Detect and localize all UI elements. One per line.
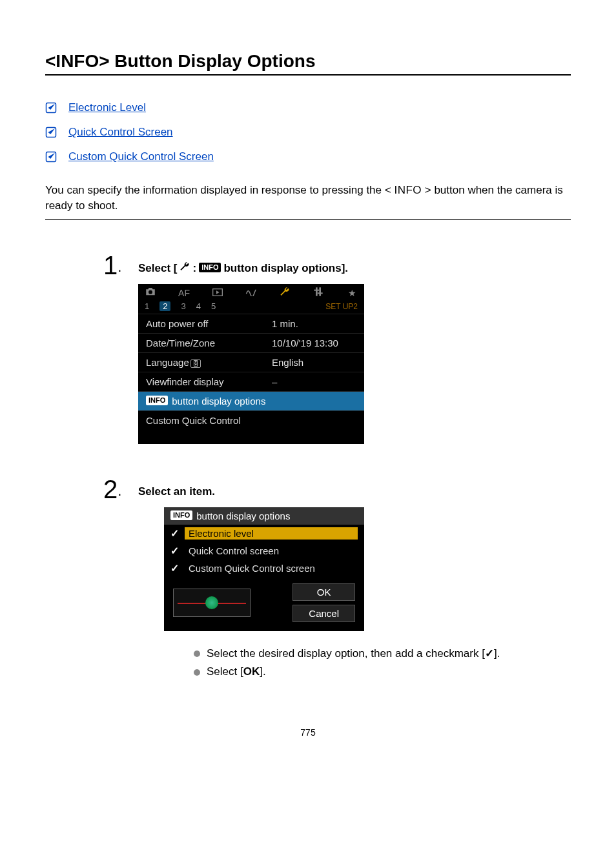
toc-item: Electronic Level [45, 101, 571, 114]
toc-check-icon [45, 151, 57, 163]
info-badge-icon: INFO [146, 396, 168, 405]
step-1: 1. Select [ : INFO button display option… [103, 252, 571, 444]
toc-link-custom-quick-control[interactable]: Custom Quick Control Screen [68, 150, 214, 163]
sub-tab: 3 [181, 301, 185, 311]
star-icon: ★ [345, 288, 359, 298]
checkmark-icon: ✓ [170, 527, 185, 540]
menu-row: Date/Time/Zone 10/10/'19 13:30 [138, 333, 364, 352]
toc-link-electronic-level[interactable]: Electronic Level [68, 101, 146, 114]
language-icon: 🗄 [190, 359, 201, 368]
step-1-heading: Select [ : INFO button display options]. [138, 261, 571, 275]
playback-icon [210, 288, 225, 298]
checkmark-icon: ✓ [170, 562, 185, 574]
info-label: INFO [394, 184, 422, 196]
wrench-icon [180, 261, 190, 275]
bullet-item: Select the desired display option, then … [190, 647, 571, 660]
cancel-button[interactable]: Cancel [293, 605, 355, 622]
electronic-level-preview [173, 589, 251, 617]
option-custom-quick-control: ✓ Custom Quick Control screen [164, 560, 364, 577]
camera-icon [143, 287, 158, 298]
option-quick-control: ✓ Quick Control screen [164, 542, 364, 560]
menu-row: Auto power off 1 min. [138, 314, 364, 333]
sub-tab: 5 [211, 301, 216, 311]
screen2-title: INFO button display options [164, 507, 364, 525]
page-number: 775 [45, 727, 571, 738]
toc-check-icon [45, 102, 57, 114]
page-title: <INFO> Button Display Options [45, 51, 571, 76]
menu-row: Language🗄 English [138, 352, 364, 372]
step-number: 1. [103, 252, 129, 278]
toc: Electronic Level Quick Control Screen Cu… [45, 101, 571, 163]
bullet-item: Select [OK]. [190, 665, 571, 678]
checkmark-icon: ✓ [170, 545, 185, 557]
menu-row: Viewfinder display – [138, 372, 364, 391]
af-icon: AF [177, 288, 191, 298]
toc-link-quick-control[interactable]: Quick Control Screen [68, 126, 173, 139]
sub-tab: 1 [145, 301, 149, 311]
ok-button[interactable]: OK [293, 583, 355, 601]
wrench-tab-icon [278, 287, 292, 299]
info-badge-icon: INFO [170, 510, 192, 520]
svg-rect-6 [319, 288, 321, 296]
menu-row: Custom Quick Control [138, 410, 364, 430]
camera-menu-screen-1: AF ★ 1 2 3 4 5 SET UP2 Auto power off 1 … [138, 284, 364, 444]
sub-tab: 4 [196, 301, 201, 311]
tab-group-label: SET UP2 [325, 302, 358, 311]
step-2: 2. Select an item. INFO button display o… [103, 476, 571, 689]
svg-rect-8 [318, 293, 323, 294]
svg-point-3 [149, 290, 152, 294]
custom-icon [311, 287, 325, 299]
wave-icon [244, 288, 258, 298]
info-badge-icon: INFO [199, 263, 221, 272]
option-electronic-level: ✓ Electronic level [164, 525, 364, 542]
intro-text: You can specify the information displaye… [45, 183, 571, 221]
step-2-heading: Select an item. [138, 485, 571, 498]
sub-tab-active: 2 [159, 301, 170, 311]
toc-check-icon [45, 126, 57, 138]
checkmark-glyph: ✓ [485, 647, 494, 660]
toc-item: Custom Quick Control Screen [45, 150, 571, 163]
step-number: 2. [103, 476, 129, 502]
svg-rect-5 [316, 288, 318, 296]
toc-item: Quick Control Screen [45, 126, 571, 139]
svg-rect-7 [314, 290, 319, 291]
menu-row-selected: INFO button display options [138, 391, 364, 410]
camera-menu-screen-2: INFO button display options ✓ Electronic… [164, 507, 364, 631]
